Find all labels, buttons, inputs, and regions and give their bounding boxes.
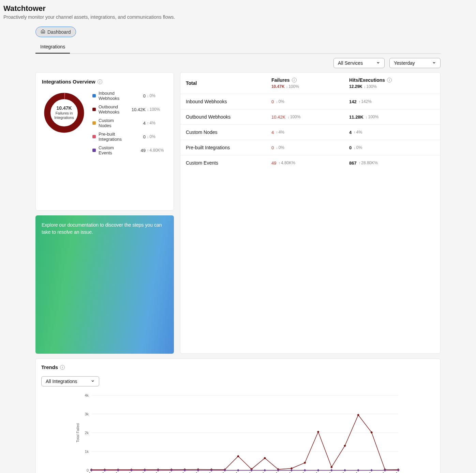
svg-text:3k: 3k <box>85 412 89 416</box>
totals-row-hits-pct: 28.80K% <box>359 161 378 165</box>
svg-rect-168 <box>237 469 239 471</box>
legend-pct: 4% <box>147 121 167 125</box>
totals-row-fail: 0 <box>271 145 274 150</box>
info-icon[interactable]: i <box>98 79 102 84</box>
donut-value: 10.47K <box>56 105 72 111</box>
svg-rect-174 <box>317 469 319 471</box>
legend-swatch <box>92 121 96 125</box>
chevron-down-icon <box>91 379 95 384</box>
totals-row-hits-pct: 4% <box>354 130 362 135</box>
chevron-down-icon <box>432 60 436 66</box>
legend-row: Outbound Webhooks 10.42K 100% <box>92 104 167 115</box>
legend-label: Custom Nodes <box>99 118 127 128</box>
legend-row: Pre-built Integrations 0 0% <box>92 132 167 142</box>
legend-label: Outbound Webhooks <box>99 104 127 115</box>
legend-row: Custom Events 49 4.80K% <box>92 145 167 155</box>
totals-row-fail: 4 <box>271 130 274 135</box>
svg-rect-103 <box>330 466 333 468</box>
trends-title: Trends <box>41 364 58 370</box>
totals-row-fail-pct: 4.80K% <box>278 161 295 165</box>
totals-row: Inbound Webhooks 0 0% 142 142% <box>180 94 440 109</box>
overview-donut: 10.47K Failures in Integrations <box>42 91 86 135</box>
legend-row: Custom Nodes 4 4% <box>92 118 167 128</box>
legend-label: Inbound Webhooks <box>99 91 127 101</box>
totals-row-fail-pct: 0% <box>276 145 284 150</box>
totals-header-failures-pct: 100% <box>286 84 299 89</box>
overview-title: Integrations Overview <box>42 79 95 85</box>
tab-integrations[interactable]: Integrations <box>35 41 70 54</box>
info-icon[interactable]: i <box>292 78 297 82</box>
donut-sub2: Integrations <box>54 116 74 120</box>
legend-pct: 0% <box>147 93 167 98</box>
totals-row-label: Custom Events <box>186 160 271 166</box>
totals-row-hits-pct: 0% <box>354 145 362 150</box>
legend-swatch <box>92 94 96 97</box>
dashboard-pill-label: Dashboard <box>47 29 71 35</box>
svg-rect-176 <box>344 469 346 471</box>
docs-banner[interactable]: Explore our documentation to discover th… <box>35 215 174 354</box>
totals-row-fail-pct: 100% <box>287 115 300 119</box>
totals-header-total: Total <box>186 80 271 86</box>
chevron-down-icon <box>376 60 380 66</box>
legend-swatch <box>92 135 96 138</box>
totals-header-hits: Hits/Executions <box>349 77 385 83</box>
service-select[interactable]: All Services <box>333 58 385 68</box>
svg-text:1k: 1k <box>85 449 89 454</box>
totals-row-label: Pre-built Integrations <box>186 145 271 150</box>
svg-text:Aug 19 12 AM: Aug 19 12 AM <box>73 471 92 473</box>
svg-rect-177 <box>357 469 359 471</box>
trends-chart: 01k2k3k4kTotal FailedAug 19 12 AMAug 19 … <box>41 392 435 473</box>
svg-rect-175 <box>330 469 333 471</box>
tab-bar: Integrations <box>35 41 441 54</box>
legend-value: 49 <box>127 148 146 153</box>
totals-row: Custom Events 49 4.80K% 867 28.80K% <box>180 155 440 170</box>
page-title: Watchtower <box>3 4 473 13</box>
legend-swatch <box>92 149 96 152</box>
totals-card: Total Failures i 10.47K 100% Hit <box>180 72 441 354</box>
legend-pct: 0% <box>147 134 167 139</box>
trends-select-value: All Integrations <box>46 379 77 384</box>
overview-legend: Inbound Webhooks 0 0% Outbound Webhooks … <box>92 91 167 155</box>
totals-row-label: Outbound Webhooks <box>186 114 271 120</box>
page-subtitle: Proactively monitor your channel assets,… <box>3 14 473 20</box>
service-select-value: All Services <box>338 60 363 66</box>
totals-header-failures-value: 10.47K <box>271 84 285 89</box>
totals-row-label: Inbound Webhooks <box>186 99 271 104</box>
legend-pct: 4.80K% <box>147 148 167 153</box>
svg-rect-101 <box>304 461 306 464</box>
trends-select[interactable]: All Integrations <box>41 376 99 386</box>
totals-row: Outbound Webhooks 10.42K 100% 11.28K 100… <box>180 109 440 125</box>
svg-text:4k: 4k <box>85 393 89 397</box>
legend-value: 0 <box>127 134 146 139</box>
overview-card: Integrations Overview i 10.47K Failures … <box>35 72 174 211</box>
totals-row: Custom Nodes 4 4% 4 4% <box>180 125 440 140</box>
svg-text:Total Failed: Total Failed <box>76 423 80 442</box>
totals-row-hits: 4 <box>349 130 352 135</box>
totals-row-fail-pct: 4% <box>276 130 284 135</box>
totals-header-failures: Failures <box>271 77 290 83</box>
legend-value: 10.42K <box>127 107 146 112</box>
totals-row-fail: 10.42K <box>271 115 285 120</box>
legend-swatch <box>92 108 96 111</box>
info-icon[interactable]: i <box>387 78 392 82</box>
legend-row: Inbound Webhooks 0 0% <box>92 91 167 101</box>
totals-row-fail: 0 <box>271 99 274 104</box>
totals-header-hits-value: 12.29K <box>349 84 362 89</box>
range-select[interactable]: Yesterday <box>389 58 441 68</box>
totals-row-fail-pct: 0% <box>276 99 284 104</box>
totals-row: Pre-built Integrations 0 0% 0 0% <box>180 140 440 155</box>
totals-row-hits: 142 <box>349 99 357 104</box>
totals-row-fail: 49 <box>271 161 276 166</box>
totals-row-hits: 11.28K <box>349 115 363 120</box>
svg-text:2k: 2k <box>85 431 89 435</box>
range-select-value: Yesterday <box>394 60 415 66</box>
totals-row-hits: 867 <box>349 161 357 166</box>
legend-pct: 100% <box>147 107 167 112</box>
svg-rect-170 <box>264 469 266 471</box>
totals-row-hits-pct: 100% <box>366 115 378 119</box>
totals-row-label: Custom Nodes <box>186 129 271 135</box>
dashboard-pill[interactable]: Dashboard <box>35 27 76 37</box>
svg-rect-104 <box>344 444 346 447</box>
info-icon[interactable]: i <box>60 365 65 370</box>
totals-row-hits-pct: 142% <box>359 99 372 104</box>
